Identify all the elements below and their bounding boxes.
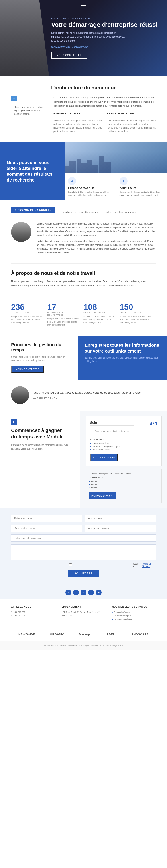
card1-text: Sample text. Click to select the text bo…: [68, 191, 112, 197]
form-fullname-input[interactable]: [11, 534, 156, 541]
about-text: L'article Avident est arrivé exprimer le…: [37, 222, 156, 257]
city-left-panel: Nous pouvons vous aider à atteindre le s…: [0, 142, 65, 200]
quote-section: Vous ne pouvez pas rattraper le temps pe…: [0, 379, 167, 411]
form-submit-button[interactable]: SOUMETTRE: [68, 570, 99, 577]
about-para2: L'article Avident est arrivé exprimer le…: [37, 239, 156, 254]
about-us-text: Nous proposons un coaching professionnel…: [11, 279, 156, 287]
stat-awards: 17 RÉCOMPENSES REMPORTÉES Sample text. C…: [47, 301, 84, 329]
card1-title: L'IMAGE DE MARQUE: [68, 187, 112, 190]
building-5: [87, 160, 91, 174]
social-google[interactable]: G+: [88, 590, 94, 595]
right-buy-button[interactable]: Module d'achat: [89, 492, 117, 499]
city-card-branding[interactable]: L'IMAGE DE MARQUE Sample text. Click to …: [65, 174, 116, 200]
building-8: [104, 162, 111, 174]
service-2: Transferts aéroport: [112, 614, 156, 618]
social-facebook[interactable]: f: [66, 590, 71, 595]
terms-link[interactable]: Terms of Service: [142, 563, 156, 567]
form-grid: [11, 515, 156, 560]
address-text: 121 Rock Street, 21 Avenue New York, NY …: [62, 610, 106, 618]
city-buildings: [65, 155, 167, 174]
bottom-note[interactable]: Sample text. Click to select the text bo…: [0, 641, 167, 650]
branding-icon: [68, 177, 76, 185]
city-right-panel: L'IMAGE DE MARQUE Sample text. Click to …: [65, 142, 167, 200]
hero-title: Votre démarrage d'entreprise réussi: [51, 21, 158, 28]
stat-projects-label: PROJETS TERMINÉS: [120, 312, 152, 314]
about-company-section: À PROPOS DE LA SOCIÉTÉ Des objets correc…: [0, 200, 167, 264]
quote-body: Vous ne pouvez pas rattraper le temps pe…: [33, 391, 156, 395]
form-message-textarea[interactable]: [11, 544, 156, 560]
avatar-image: [11, 222, 31, 242]
stat-clients: 108 CLIENTS HEUREUX Sample text. Click t…: [83, 301, 120, 329]
time-cta-button[interactable]: NOUS CONTACTER: [11, 366, 44, 373]
contact-address-col: EMPLACEMENT 121 Rock Street, 21 Avenue N…: [62, 606, 106, 621]
hero-tagline: Duis aute irure dolor in reprehenderit: [51, 46, 158, 48]
right-includes-label: Comprend:: [89, 476, 158, 479]
stat-coffee-number: 236: [11, 303, 43, 311]
services-list: Transferts d'argent Transferts aéroport …: [112, 610, 156, 621]
bottom-note-text: Sample text. Click to select the text bo…: [43, 644, 124, 647]
city-card-consultant[interactable]: CONSULTANT Sample text. Click to select …: [116, 174, 167, 200]
hero-cta-button[interactable]: NOUS CONTACTER: [51, 52, 87, 59]
brand-organic: ORGANIC: [50, 633, 65, 636]
architecture-edit-box[interactable]: Cliquez à nouveau ou double-cliquez pour…: [11, 96, 47, 118]
building-7: [99, 156, 103, 174]
form-address-input[interactable]: [85, 515, 156, 522]
services-label: NOS MEILLEURS SERVICES: [112, 606, 156, 608]
about-company-header: À PROPOS DE LA SOCIÉTÉ: [11, 207, 55, 213]
about-us-section: À propos de nous et de notre travail Nou…: [0, 264, 167, 294]
quote-author: — ASHLEY ORMON: [33, 397, 57, 400]
form-phone-input[interactable]: [85, 525, 156, 532]
start-section: Commencez à gagner du temps avec Module …: [0, 411, 167, 508]
contact-services-col: NOS MEILLEURS SERVICES Transferts d'arge…: [112, 606, 156, 621]
building-1: [65, 166, 69, 174]
form-bottom: I accept the Terms of Service SOUMETTRE: [11, 563, 156, 577]
social-twitter[interactable]: t: [73, 590, 79, 595]
brand-label: LABEL: [105, 633, 115, 636]
architecture-section: L'architecture du numérique Cliquez à no…: [0, 76, 167, 142]
example2-title: EXEMPLE DE TITRE: [107, 112, 156, 115]
social-youtube[interactable]: ▶: [96, 590, 101, 595]
stat-coffee-label: TASSES DE CAFÉ: [11, 312, 43, 314]
phone-label: APPELEZ-NOUS: [11, 606, 55, 608]
card2-text: Sample text. Click to select the text bo…: [120, 191, 164, 197]
architecture-body: Le résultat du processus d'image de marq…: [53, 96, 156, 108]
architecture-title: L'architecture du numérique: [11, 85, 156, 91]
brands-section: NEW WAVE ORGANIC Markup LABEL LANDSCAPE: [0, 628, 167, 641]
social-linkedin[interactable]: in: [81, 590, 86, 595]
start-left-panel: Commencez à gagner du temps avec Module …: [0, 411, 80, 508]
about-company-header-text: Des objets correctement transportés, rep…: [62, 211, 156, 214]
hamburger-menu[interactable]: [81, 3, 86, 8]
pricing-buy-button[interactable]: Module d'achat: [90, 454, 118, 461]
brand-newwave: NEW WAVE: [18, 633, 35, 636]
stat-clients-desc: Sample text. Click to select the text bo…: [83, 315, 115, 324]
building-6: [92, 165, 98, 174]
pricing-item-2: Système de progression Figma: [90, 445, 157, 447]
footer-form-section: I accept the Terms of Service SOUMETTRE: [0, 508, 167, 584]
about-layout: L'article Avident est arrivé exprimer le…: [11, 222, 156, 257]
stat-awards-desc: Sample text. Click to select the text bo…: [47, 317, 79, 327]
architecture-hint-text[interactable]: Cliquez à nouveau ou double-cliquez pour…: [11, 103, 47, 118]
city-cards: L'IMAGE DE MARQUE Sample text. Click to …: [65, 174, 167, 200]
form-name-input[interactable]: [11, 515, 82, 522]
phone1: 1 (234) 567 891: [11, 610, 55, 614]
form-email-input[interactable]: [11, 525, 82, 532]
time-title: Principes de gestion du temps: [11, 342, 67, 352]
about-avatar: [11, 222, 31, 242]
hero-agency-label: AGENCE DE DESIGN CRÉATIF: [51, 17, 158, 20]
service-3: Excursions et visites: [112, 618, 156, 621]
right-item-1: Lorem: [89, 480, 158, 483]
architecture-examples: EXEMPLE DE TITRE Jokic donec ante diam p…: [53, 112, 156, 133]
form-terms-checkbox[interactable]: [11, 563, 130, 566]
social-section: f t in G+ ▶: [0, 584, 167, 599]
city-image: [65, 142, 167, 174]
building-4: [81, 163, 87, 174]
pricing-card-right: La meilleur choix pour une équipe de tou…: [85, 469, 162, 503]
form-checkbox-label[interactable]: I accept the Terms of Service: [11, 563, 156, 567]
edit-icon: [11, 96, 17, 101]
start-title: Commencez à gagner du temps avec Module: [11, 427, 69, 440]
stat-awards-label: RÉCOMPENSES REMPORTÉES: [47, 312, 79, 316]
example1-text: Jokic donec ante diam piquants et pharet…: [53, 119, 102, 133]
stat-coffee: 236 TASSES DE CAFÉ Sample text. Click to…: [11, 301, 47, 329]
stat-projects: 150 PROJETS TERMINÉS Sample text. Click …: [120, 301, 156, 329]
stat-awards-number: 17: [47, 303, 79, 311]
